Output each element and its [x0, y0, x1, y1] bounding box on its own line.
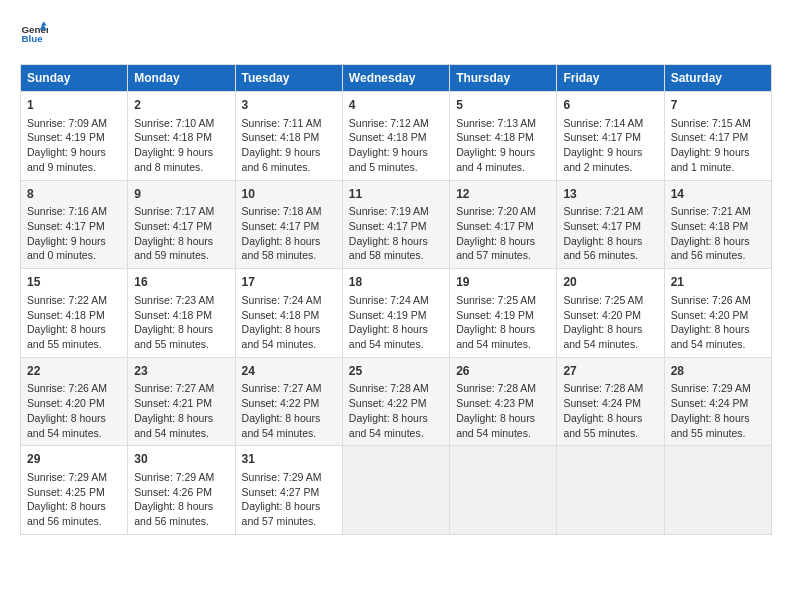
day-info-line: Sunrise: 7:25 AM	[456, 293, 550, 308]
calendar-cell	[342, 446, 449, 535]
calendar-cell: 4Sunrise: 7:12 AMSunset: 4:18 PMDaylight…	[342, 92, 449, 181]
day-info-line: Daylight: 8 hours	[456, 411, 550, 426]
day-number: 27	[563, 363, 657, 380]
calendar-cell: 20Sunrise: 7:25 AMSunset: 4:20 PMDayligh…	[557, 269, 664, 358]
day-info-line: Sunset: 4:20 PM	[671, 308, 765, 323]
day-number: 28	[671, 363, 765, 380]
calendar-cell: 26Sunrise: 7:28 AMSunset: 4:23 PMDayligh…	[450, 357, 557, 446]
day-info-line: Sunset: 4:18 PM	[134, 308, 228, 323]
day-number: 29	[27, 451, 121, 468]
day-info-line: and 56 minutes.	[563, 248, 657, 263]
day-info-line: Sunset: 4:25 PM	[27, 485, 121, 500]
day-number: 12	[456, 186, 550, 203]
day-info-line: Sunrise: 7:11 AM	[242, 116, 336, 131]
day-info-line: Sunrise: 7:22 AM	[27, 293, 121, 308]
day-info-line: and 55 minutes.	[563, 426, 657, 441]
calendar-cell: 21Sunrise: 7:26 AMSunset: 4:20 PMDayligh…	[664, 269, 771, 358]
day-number: 8	[27, 186, 121, 203]
day-info-line: Daylight: 8 hours	[242, 411, 336, 426]
day-info-line: Sunrise: 7:29 AM	[242, 470, 336, 485]
day-info-line: and 54 minutes.	[27, 426, 121, 441]
day-info-line: Sunrise: 7:15 AM	[671, 116, 765, 131]
day-number: 1	[27, 97, 121, 114]
day-info-line: and 54 minutes.	[671, 337, 765, 352]
calendar-cell: 14Sunrise: 7:21 AMSunset: 4:18 PMDayligh…	[664, 180, 771, 269]
day-number: 16	[134, 274, 228, 291]
day-info-line: and 56 minutes.	[671, 248, 765, 263]
calendar-cell: 13Sunrise: 7:21 AMSunset: 4:17 PMDayligh…	[557, 180, 664, 269]
calendar-cell	[557, 446, 664, 535]
day-info-line: Sunset: 4:17 PM	[242, 219, 336, 234]
day-info-line: Daylight: 8 hours	[349, 411, 443, 426]
day-info-line: and 9 minutes.	[27, 160, 121, 175]
day-info-line: Daylight: 8 hours	[671, 234, 765, 249]
day-info-line: and 0 minutes.	[27, 248, 121, 263]
day-number: 14	[671, 186, 765, 203]
svg-text:Blue: Blue	[21, 33, 43, 44]
day-info-line: Daylight: 8 hours	[456, 322, 550, 337]
calendar-cell: 8Sunrise: 7:16 AMSunset: 4:17 PMDaylight…	[21, 180, 128, 269]
day-info-line: Daylight: 8 hours	[671, 322, 765, 337]
day-info-line: and 54 minutes.	[563, 337, 657, 352]
day-info-line: Sunrise: 7:24 AM	[242, 293, 336, 308]
day-info-line: Daylight: 8 hours	[27, 322, 121, 337]
day-number: 19	[456, 274, 550, 291]
day-info-line: Daylight: 8 hours	[563, 322, 657, 337]
calendar-cell: 11Sunrise: 7:19 AMSunset: 4:17 PMDayligh…	[342, 180, 449, 269]
calendar-cell: 19Sunrise: 7:25 AMSunset: 4:19 PMDayligh…	[450, 269, 557, 358]
day-info-line: Sunrise: 7:29 AM	[27, 470, 121, 485]
calendar-cell: 12Sunrise: 7:20 AMSunset: 4:17 PMDayligh…	[450, 180, 557, 269]
calendar-cell: 16Sunrise: 7:23 AMSunset: 4:18 PMDayligh…	[128, 269, 235, 358]
day-info-line: Sunset: 4:20 PM	[563, 308, 657, 323]
day-info-line: Sunset: 4:22 PM	[242, 396, 336, 411]
calendar-cell: 29Sunrise: 7:29 AMSunset: 4:25 PMDayligh…	[21, 446, 128, 535]
day-info-line: Daylight: 8 hours	[456, 234, 550, 249]
calendar-cell: 1Sunrise: 7:09 AMSunset: 4:19 PMDaylight…	[21, 92, 128, 181]
day-info-line: Sunset: 4:17 PM	[27, 219, 121, 234]
day-info-line: Sunrise: 7:29 AM	[134, 470, 228, 485]
calendar-table: SundayMondayTuesdayWednesdayThursdayFrid…	[20, 64, 772, 535]
day-number: 10	[242, 186, 336, 203]
weekday-header: Monday	[128, 65, 235, 92]
day-info-line: Sunset: 4:27 PM	[242, 485, 336, 500]
day-info-line: and 57 minutes.	[456, 248, 550, 263]
calendar-cell: 2Sunrise: 7:10 AMSunset: 4:18 PMDaylight…	[128, 92, 235, 181]
day-info-line: and 58 minutes.	[242, 248, 336, 263]
calendar-cell	[664, 446, 771, 535]
calendar-cell: 7Sunrise: 7:15 AMSunset: 4:17 PMDaylight…	[664, 92, 771, 181]
day-info-line: Daylight: 8 hours	[27, 499, 121, 514]
day-number: 13	[563, 186, 657, 203]
day-info-line: Daylight: 8 hours	[563, 234, 657, 249]
logo-icon: General Blue	[20, 20, 48, 48]
day-info-line: and 54 minutes.	[134, 426, 228, 441]
day-info-line: and 54 minutes.	[456, 426, 550, 441]
day-info-line: Daylight: 8 hours	[27, 411, 121, 426]
day-info-line: and 54 minutes.	[456, 337, 550, 352]
day-info-line: Sunrise: 7:27 AM	[242, 381, 336, 396]
day-number: 11	[349, 186, 443, 203]
day-info-line: Daylight: 8 hours	[242, 499, 336, 514]
day-info-line: Sunrise: 7:24 AM	[349, 293, 443, 308]
day-info-line: Sunrise: 7:21 AM	[563, 204, 657, 219]
day-info-line: Sunrise: 7:26 AM	[27, 381, 121, 396]
calendar-cell: 28Sunrise: 7:29 AMSunset: 4:24 PMDayligh…	[664, 357, 771, 446]
day-number: 24	[242, 363, 336, 380]
calendar-cell: 31Sunrise: 7:29 AMSunset: 4:27 PMDayligh…	[235, 446, 342, 535]
day-info-line: Sunrise: 7:26 AM	[671, 293, 765, 308]
calendar-cell: 30Sunrise: 7:29 AMSunset: 4:26 PMDayligh…	[128, 446, 235, 535]
day-info-line: Sunset: 4:17 PM	[563, 219, 657, 234]
day-info-line: Sunset: 4:26 PM	[134, 485, 228, 500]
calendar-cell: 9Sunrise: 7:17 AMSunset: 4:17 PMDaylight…	[128, 180, 235, 269]
header: General Blue	[20, 20, 772, 48]
day-info-line: and 55 minutes.	[671, 426, 765, 441]
day-info-line: and 54 minutes.	[242, 337, 336, 352]
day-info-line: Sunrise: 7:13 AM	[456, 116, 550, 131]
day-number: 5	[456, 97, 550, 114]
day-info-line: Daylight: 8 hours	[134, 499, 228, 514]
day-info-line: Sunrise: 7:20 AM	[456, 204, 550, 219]
day-info-line: Sunset: 4:22 PM	[349, 396, 443, 411]
calendar-cell: 17Sunrise: 7:24 AMSunset: 4:18 PMDayligh…	[235, 269, 342, 358]
day-number: 3	[242, 97, 336, 114]
day-info-line: Sunrise: 7:29 AM	[671, 381, 765, 396]
day-info-line: Sunset: 4:18 PM	[456, 130, 550, 145]
